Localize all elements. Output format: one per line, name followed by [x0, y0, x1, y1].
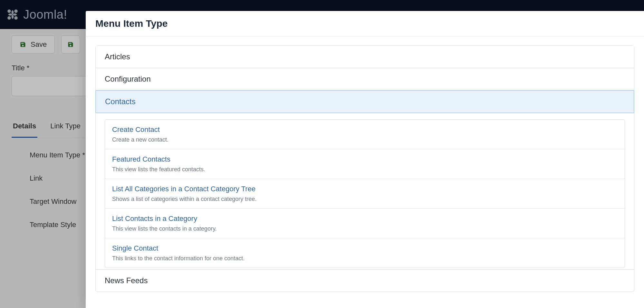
accordion-header-articles[interactable]: Articles [96, 46, 634, 68]
option-title: Single Contact [112, 244, 618, 253]
accordion-header-contacts[interactable]: Contacts [95, 90, 634, 113]
modal-title: Menu Item Type [95, 18, 634, 29]
option-title: List Contacts in a Category [112, 214, 618, 223]
contacts-options-body: Create Contact Create a new contact. Fea… [96, 113, 634, 269]
option-desc: This links to the contact information fo… [112, 255, 618, 262]
accordion-item-configuration: Configuration [96, 68, 634, 90]
accordion-header-news-feeds[interactable]: News Feeds [96, 270, 634, 292]
option-desc: This view lists the featured contacts. [112, 166, 618, 173]
contacts-option-list: Create Contact Create a new contact. Fea… [105, 119, 625, 268]
type-accordion: Articles Configuration Contacts Create C… [95, 45, 634, 292]
option-list-all-categories[interactable]: List All Categories in a Contact Categor… [105, 179, 625, 209]
option-featured-contacts[interactable]: Featured Contacts This view lists the fe… [105, 149, 625, 179]
option-create-contact[interactable]: Create Contact Create a new contact. [105, 120, 625, 149]
accordion-header-configuration[interactable]: Configuration [96, 68, 634, 90]
option-desc: This view lists the contacts in a catego… [112, 225, 618, 232]
menu-item-type-modal: Menu Item Type Articles Configuration Co… [86, 11, 644, 308]
modal-header: Menu Item Type [86, 11, 644, 36]
option-single-contact[interactable]: Single Contact This links to the contact… [105, 238, 625, 268]
option-title: List All Categories in a Contact Categor… [112, 185, 618, 193]
option-desc: Shows a list of categories within a cont… [112, 196, 618, 203]
option-desc: Create a new contact. [112, 136, 618, 143]
option-list-contacts-in-category[interactable]: List Contacts in a Category This view li… [105, 209, 625, 238]
accordion-item-articles: Articles [96, 46, 634, 68]
modal-content: Articles Configuration Contacts Create C… [86, 36, 644, 308]
accordion-item-news-feeds: News Feeds [96, 270, 634, 292]
accordion-item-contacts: Contacts Create Contact Create a new con… [96, 90, 634, 270]
option-title: Create Contact [112, 125, 618, 134]
option-title: Featured Contacts [112, 155, 618, 164]
